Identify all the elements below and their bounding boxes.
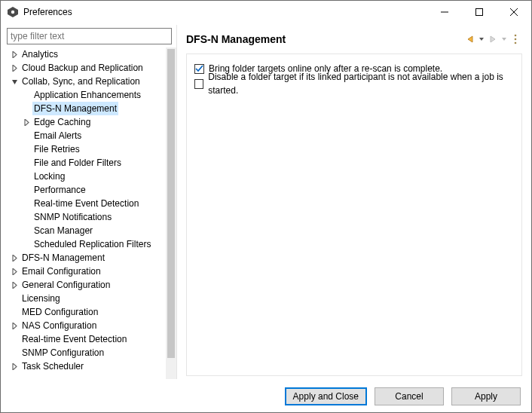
chevron-right-icon[interactable] [8, 282, 20, 289]
tree-item-label: Edge Caching [32, 115, 92, 129]
tree-item-label: Application Enhancements [32, 88, 142, 102]
preferences-tree[interactable]: AnalyticsCloud Backup and ReplicationCol… [7, 47, 165, 379]
filter-input[interactable] [7, 28, 172, 44]
tree-item[interactable]: DFS-N Management [7, 102, 164, 115]
scrollbar-thumb[interactable] [167, 49, 175, 358]
titlebar: Preferences [1, 1, 531, 23]
tree-item-label: SNMP Configuration [20, 346, 105, 359]
svg-point-8 [515, 42, 517, 44]
tree-item[interactable]: SNMP Notifications [7, 210, 164, 224]
tree-item-label: Real-time Event Detection [32, 197, 140, 210]
tree-item[interactable]: Real-time Event Detection [7, 197, 164, 210]
tree-item-label: Licensing [20, 292, 62, 305]
tree-item[interactable]: Email Alerts [7, 129, 164, 142]
tree-item-label: File Retries [32, 142, 81, 156]
chevron-down-icon[interactable] [8, 78, 20, 85]
tree-item[interactable]: Real-time Event Detection [7, 332, 164, 346]
tree-item-label: Performance [32, 183, 87, 197]
nav-forward-button[interactable] [486, 32, 500, 46]
nav-back-menu[interactable] [478, 32, 485, 46]
svg-rect-3 [476, 9, 483, 16]
tree-item-label: Scheduled Replication Filters [32, 237, 152, 251]
right-pane: DFS-N Management Bring folder targets on… [176, 25, 530, 379]
tree-item-label: SNMP Notifications [32, 210, 113, 224]
page-header: DFS-N Management [177, 25, 530, 50]
apply-button[interactable]: Apply [451, 387, 521, 405]
tree-item[interactable]: Analytics [7, 47, 164, 61]
page-title: DFS-N Management [186, 33, 463, 45]
tree-item[interactable]: Collab, Sync, and Replication [7, 75, 164, 88]
cancel-button[interactable]: Cancel [375, 387, 444, 405]
tree-item-label: Analytics [20, 47, 60, 61]
content-area: AnalyticsCloud Backup and ReplicationCol… [1, 23, 531, 381]
chevron-right-icon[interactable] [8, 255, 20, 262]
nav-icons [463, 32, 522, 46]
content-pane: Bring folder targets online only after a… [186, 54, 522, 376]
tree-item[interactable]: Cloud Backup and Replication [7, 61, 164, 75]
tree-item-label: Real-time Event Detection [20, 332, 128, 346]
tree-item-label: Cloud Backup and Replication [20, 61, 145, 75]
tree-item-label: Email Alerts [32, 129, 83, 142]
tree-item-label: Scan Manager [32, 224, 94, 237]
tree-item-label: Task Scheduler [20, 359, 85, 373]
window-title: Preferences [23, 7, 72, 17]
left-pane: AnalyticsCloud Backup and ReplicationCol… [2, 25, 176, 379]
tree-item-label: NAS Configuration [20, 319, 98, 332]
tree-item-label: Locking [32, 170, 66, 183]
checkbox[interactable] [194, 64, 204, 74]
tree-wrap: AnalyticsCloud Backup and ReplicationCol… [7, 47, 176, 379]
chevron-right-icon[interactable] [8, 363, 20, 370]
tree-item[interactable]: Scan Manager [7, 224, 164, 237]
tree-item-label: Email Configuration [20, 265, 102, 278]
tree-scrollbar[interactable] [165, 47, 176, 379]
tree-item[interactable]: File Retries [7, 142, 164, 156]
nav-menu-button[interactable] [509, 32, 522, 46]
tree-item-label: DFS-N Management [20, 251, 106, 265]
tree-item[interactable]: NAS Configuration [7, 319, 164, 332]
tree-item-label: MED Configuration [20, 305, 99, 319]
tree-item-label: Collab, Sync, and Replication [20, 75, 142, 88]
chevron-right-icon[interactable] [8, 268, 20, 275]
svg-point-1 [11, 11, 14, 14]
close-button[interactable] [497, 1, 531, 23]
filter-box [7, 28, 172, 44]
tree-item[interactable]: Scheduled Replication Filters [7, 237, 164, 251]
chevron-right-icon[interactable] [20, 119, 32, 126]
tree-item[interactable]: General Configuration [7, 278, 164, 292]
preferences-window: Preferences AnalyticsCloud Backup and Re… [0, 0, 532, 413]
maximize-button[interactable] [462, 1, 497, 23]
chevron-right-icon[interactable] [8, 51, 20, 58]
tree-item[interactable]: MED Configuration [7, 305, 164, 319]
tree-item[interactable]: Task Scheduler [7, 359, 164, 373]
option-label: Disable a folder target if its linked pa… [208, 70, 514, 97]
apply-close-button[interactable]: Apply and Close [285, 387, 367, 405]
svg-point-7 [515, 38, 517, 41]
app-icon [7, 6, 19, 18]
tree-item[interactable]: DFS-N Management [7, 251, 164, 265]
svg-point-6 [515, 35, 517, 37]
option-row: Disable a folder target if its linked pa… [194, 77, 514, 90]
tree-item[interactable]: Email Configuration [7, 265, 164, 278]
tree-item-label: File and Folder Filters [32, 156, 123, 170]
minimize-button[interactable] [427, 1, 462, 23]
tree-item[interactable]: Edge Caching [7, 115, 164, 129]
checkbox[interactable] [194, 79, 203, 89]
footer: Apply and Close Cancel Apply [1, 381, 531, 412]
tree-item-label: General Configuration [20, 278, 112, 292]
tree-item[interactable]: Licensing [7, 292, 164, 305]
tree-item[interactable]: Performance [7, 183, 164, 197]
nav-forward-menu[interactable] [501, 32, 507, 46]
chevron-right-icon[interactable] [8, 65, 20, 72]
tree-item-label: DFS-N Management [32, 102, 118, 115]
chevron-right-icon[interactable] [8, 323, 20, 329]
tree-item[interactable]: Locking [7, 170, 164, 183]
nav-back-button[interactable] [463, 32, 477, 46]
tree-item[interactable]: File and Folder Filters [7, 156, 164, 170]
tree-item[interactable]: SNMP Configuration [7, 346, 164, 359]
tree-item[interactable]: Application Enhancements [7, 88, 164, 102]
